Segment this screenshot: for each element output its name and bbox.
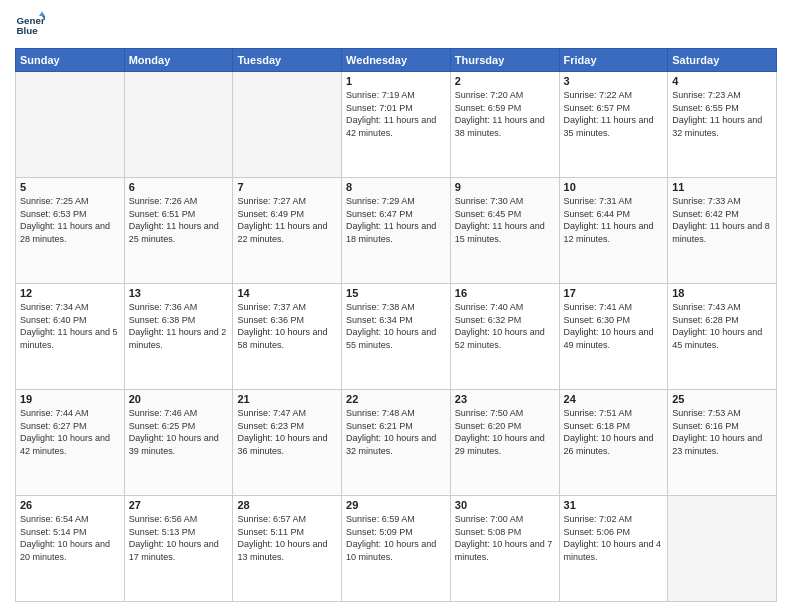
day-number: 24 [564,393,664,405]
cell-info: Sunrise: 7:41 AMSunset: 6:30 PMDaylight:… [564,301,664,351]
calendar-cell: 15Sunrise: 7:38 AMSunset: 6:34 PMDayligh… [342,284,451,390]
cell-info: Sunrise: 6:54 AMSunset: 5:14 PMDaylight:… [20,513,120,563]
cell-info: Sunrise: 7:30 AMSunset: 6:45 PMDaylight:… [455,195,555,245]
calendar-cell: 13Sunrise: 7:36 AMSunset: 6:38 PMDayligh… [124,284,233,390]
calendar-cell: 9Sunrise: 7:30 AMSunset: 6:45 PMDaylight… [450,178,559,284]
day-number: 22 [346,393,446,405]
weekday-header-tuesday: Tuesday [233,49,342,72]
cell-info: Sunrise: 7:23 AMSunset: 6:55 PMDaylight:… [672,89,772,139]
week-row-4: 19Sunrise: 7:44 AMSunset: 6:27 PMDayligh… [16,390,777,496]
cell-info: Sunrise: 6:56 AMSunset: 5:13 PMDaylight:… [129,513,229,563]
calendar-cell: 23Sunrise: 7:50 AMSunset: 6:20 PMDayligh… [450,390,559,496]
calendar-cell: 27Sunrise: 6:56 AMSunset: 5:13 PMDayligh… [124,496,233,602]
calendar-table: SundayMondayTuesdayWednesdayThursdayFrid… [15,48,777,602]
cell-info: Sunrise: 7:02 AMSunset: 5:06 PMDaylight:… [564,513,664,563]
calendar-cell: 12Sunrise: 7:34 AMSunset: 6:40 PMDayligh… [16,284,125,390]
day-number: 28 [237,499,337,511]
header: General Blue [15,10,777,40]
cell-info: Sunrise: 7:53 AMSunset: 6:16 PMDaylight:… [672,407,772,457]
cell-info: Sunrise: 7:27 AMSunset: 6:49 PMDaylight:… [237,195,337,245]
calendar-cell: 4Sunrise: 7:23 AMSunset: 6:55 PMDaylight… [668,72,777,178]
cell-info: Sunrise: 7:26 AMSunset: 6:51 PMDaylight:… [129,195,229,245]
calendar-cell: 19Sunrise: 7:44 AMSunset: 6:27 PMDayligh… [16,390,125,496]
day-number: 14 [237,287,337,299]
calendar-cell: 21Sunrise: 7:47 AMSunset: 6:23 PMDayligh… [233,390,342,496]
calendar-cell: 2Sunrise: 7:20 AMSunset: 6:59 PMDaylight… [450,72,559,178]
calendar-cell: 8Sunrise: 7:29 AMSunset: 6:47 PMDaylight… [342,178,451,284]
day-number: 2 [455,75,555,87]
page-container: General Blue SundayMondayTuesdayWednesda… [0,0,792,612]
weekday-header-monday: Monday [124,49,233,72]
day-number: 17 [564,287,664,299]
calendar-cell: 29Sunrise: 6:59 AMSunset: 5:09 PMDayligh… [342,496,451,602]
cell-info: Sunrise: 6:57 AMSunset: 5:11 PMDaylight:… [237,513,337,563]
calendar-cell: 16Sunrise: 7:40 AMSunset: 6:32 PMDayligh… [450,284,559,390]
calendar-cell: 7Sunrise: 7:27 AMSunset: 6:49 PMDaylight… [233,178,342,284]
day-number: 13 [129,287,229,299]
cell-info: Sunrise: 7:50 AMSunset: 6:20 PMDaylight:… [455,407,555,457]
weekday-header-row: SundayMondayTuesdayWednesdayThursdayFrid… [16,49,777,72]
day-number: 25 [672,393,772,405]
svg-text:Blue: Blue [17,25,39,36]
day-number: 26 [20,499,120,511]
svg-marker-2 [39,12,45,17]
calendar-cell: 17Sunrise: 7:41 AMSunset: 6:30 PMDayligh… [559,284,668,390]
day-number: 23 [455,393,555,405]
week-row-3: 12Sunrise: 7:34 AMSunset: 6:40 PMDayligh… [16,284,777,390]
calendar-cell: 3Sunrise: 7:22 AMSunset: 6:57 PMDaylight… [559,72,668,178]
weekday-header-sunday: Sunday [16,49,125,72]
cell-info: Sunrise: 7:34 AMSunset: 6:40 PMDaylight:… [20,301,120,351]
day-number: 9 [455,181,555,193]
cell-info: Sunrise: 7:25 AMSunset: 6:53 PMDaylight:… [20,195,120,245]
calendar-cell [233,72,342,178]
cell-info: Sunrise: 7:44 AMSunset: 6:27 PMDaylight:… [20,407,120,457]
calendar-cell: 26Sunrise: 6:54 AMSunset: 5:14 PMDayligh… [16,496,125,602]
cell-info: Sunrise: 6:59 AMSunset: 5:09 PMDaylight:… [346,513,446,563]
cell-info: Sunrise: 7:19 AMSunset: 7:01 PMDaylight:… [346,89,446,139]
logo-icon: General Blue [15,10,45,40]
day-number: 8 [346,181,446,193]
calendar-cell [16,72,125,178]
weekday-header-wednesday: Wednesday [342,49,451,72]
calendar-cell: 25Sunrise: 7:53 AMSunset: 6:16 PMDayligh… [668,390,777,496]
calendar-cell: 14Sunrise: 7:37 AMSunset: 6:36 PMDayligh… [233,284,342,390]
calendar-cell: 5Sunrise: 7:25 AMSunset: 6:53 PMDaylight… [16,178,125,284]
day-number: 20 [129,393,229,405]
cell-info: Sunrise: 7:00 AMSunset: 5:08 PMDaylight:… [455,513,555,563]
cell-info: Sunrise: 7:37 AMSunset: 6:36 PMDaylight:… [237,301,337,351]
cell-info: Sunrise: 7:43 AMSunset: 6:28 PMDaylight:… [672,301,772,351]
week-row-2: 5Sunrise: 7:25 AMSunset: 6:53 PMDaylight… [16,178,777,284]
cell-info: Sunrise: 7:20 AMSunset: 6:59 PMDaylight:… [455,89,555,139]
week-row-5: 26Sunrise: 6:54 AMSunset: 5:14 PMDayligh… [16,496,777,602]
calendar-cell: 30Sunrise: 7:00 AMSunset: 5:08 PMDayligh… [450,496,559,602]
calendar-cell: 1Sunrise: 7:19 AMSunset: 7:01 PMDaylight… [342,72,451,178]
calendar-cell: 31Sunrise: 7:02 AMSunset: 5:06 PMDayligh… [559,496,668,602]
cell-info: Sunrise: 7:40 AMSunset: 6:32 PMDaylight:… [455,301,555,351]
cell-info: Sunrise: 7:33 AMSunset: 6:42 PMDaylight:… [672,195,772,245]
cell-info: Sunrise: 7:46 AMSunset: 6:25 PMDaylight:… [129,407,229,457]
day-number: 10 [564,181,664,193]
cell-info: Sunrise: 7:29 AMSunset: 6:47 PMDaylight:… [346,195,446,245]
day-number: 19 [20,393,120,405]
logo: General Blue [15,10,51,40]
week-row-1: 1Sunrise: 7:19 AMSunset: 7:01 PMDaylight… [16,72,777,178]
cell-info: Sunrise: 7:51 AMSunset: 6:18 PMDaylight:… [564,407,664,457]
day-number: 27 [129,499,229,511]
calendar-cell: 22Sunrise: 7:48 AMSunset: 6:21 PMDayligh… [342,390,451,496]
calendar-cell: 10Sunrise: 7:31 AMSunset: 6:44 PMDayligh… [559,178,668,284]
day-number: 31 [564,499,664,511]
day-number: 21 [237,393,337,405]
day-number: 6 [129,181,229,193]
cell-info: Sunrise: 7:36 AMSunset: 6:38 PMDaylight:… [129,301,229,351]
cell-info: Sunrise: 7:38 AMSunset: 6:34 PMDaylight:… [346,301,446,351]
day-number: 15 [346,287,446,299]
day-number: 18 [672,287,772,299]
cell-info: Sunrise: 7:47 AMSunset: 6:23 PMDaylight:… [237,407,337,457]
calendar-cell: 20Sunrise: 7:46 AMSunset: 6:25 PMDayligh… [124,390,233,496]
calendar-cell [668,496,777,602]
day-number: 7 [237,181,337,193]
calendar-cell: 11Sunrise: 7:33 AMSunset: 6:42 PMDayligh… [668,178,777,284]
day-number: 16 [455,287,555,299]
day-number: 11 [672,181,772,193]
weekday-header-saturday: Saturday [668,49,777,72]
